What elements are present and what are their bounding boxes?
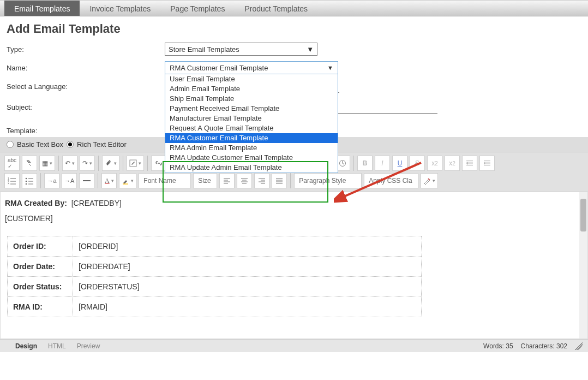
type-select-value: Store Email Templates	[169, 45, 239, 54]
undo-button[interactable]: ↶▾	[62, 156, 77, 171]
clear-format-button[interactable]: ▾	[421, 173, 438, 188]
radio-basic-text[interactable]	[7, 141, 14, 148]
table-row: Order Status:[ORDERSTATUS]	[8, 277, 422, 297]
lowercase-button[interactable]: →a	[44, 173, 59, 188]
ordered-list-button[interactable]: 123	[4, 173, 20, 188]
cell-label: RMA ID:	[8, 297, 73, 317]
name-option-selected[interactable]: RMA Customer Email Template	[165, 133, 338, 143]
align-left-button[interactable]	[219, 173, 235, 188]
type-label: Type:	[7, 45, 165, 54]
indent-button[interactable]	[479, 156, 495, 171]
name-option[interactable]: RMA Update Admin Email Template	[165, 163, 338, 173]
name-option[interactable]: Payment Received Email Template	[165, 104, 338, 114]
order-fields-table: Order ID:[ORDERID] Order Date:[ORDERDATE…	[7, 236, 422, 317]
radio-rich-text[interactable]	[67, 141, 74, 148]
svg-rect-27	[123, 183, 128, 185]
svg-text:3: 3	[8, 182, 9, 185]
svg-point-22	[26, 181, 27, 182]
view-design-tab[interactable]: Design	[15, 342, 37, 350]
align-justify-button[interactable]	[272, 173, 287, 188]
cell-value: [ORDERSTATUS]	[73, 277, 422, 297]
table-row: Order ID:[ORDERID]	[8, 236, 422, 257]
cell-label: Order Date:	[8, 257, 73, 277]
radio-basic-label: Basic Text Box	[17, 140, 63, 149]
font-size-combo[interactable]: Size	[193, 173, 217, 188]
caret-down-icon: ▼	[307, 45, 314, 54]
cell-value: [ORDERDATE]	[73, 257, 422, 277]
align-center-button[interactable]	[237, 173, 252, 188]
words-label: Words:	[483, 342, 504, 350]
align-right-button[interactable]	[254, 173, 269, 188]
top-tab-bar: Email Templates Invoice Templates Page T…	[0, 0, 588, 16]
rma-created-token: [CREATEDBY]	[71, 199, 122, 207]
name-select[interactable]: RMA Customer Email Template ▼ User Email…	[165, 61, 338, 173]
highlight-color-button[interactable]: ▾	[119, 173, 136, 188]
svg-point-21	[26, 178, 27, 180]
spellcheck-button[interactable]: abc✓	[4, 156, 20, 171]
name-label: Name:	[7, 64, 165, 72]
italic-button[interactable]: I	[375, 156, 390, 171]
table-row: RMA ID:[RMAID]	[8, 297, 422, 317]
attachment-button[interactable]: ▾	[102, 156, 119, 171]
tab-product-templates[interactable]: Product Templates	[235, 1, 317, 16]
page-title: Add Email Template	[7, 22, 581, 36]
chars-label: Characters:	[521, 342, 555, 350]
insert-button[interactable]: ▦▾	[39, 156, 55, 171]
tab-page-templates[interactable]: Page Templates	[160, 1, 235, 16]
view-html-tab[interactable]: HTML	[48, 342, 66, 350]
name-option[interactable]: RMA Update Customer Email Template	[165, 153, 338, 163]
type-select[interactable]: Store Email Templates ▼	[165, 43, 317, 56]
edit-button[interactable]: ▾	[127, 156, 144, 171]
resize-grip-icon[interactable]	[575, 342, 583, 350]
font-color-button[interactable]: A▾	[101, 173, 117, 188]
view-preview-tab[interactable]: Preview	[77, 342, 100, 350]
cell-value: [RMAID]	[73, 297, 422, 317]
name-select-list: User Email Template Admin Email Template…	[165, 74, 338, 173]
css-class-combo[interactable]: Apply CSS Cla	[364, 173, 418, 188]
unordered-list-button[interactable]	[22, 173, 37, 188]
find-button[interactable]	[22, 156, 37, 171]
name-option[interactable]: Request A Quote Email Template	[165, 123, 338, 133]
bold-button[interactable]: B	[357, 156, 373, 171]
name-option[interactable]: User Email Template	[165, 74, 338, 84]
customer-token: [CUSTOMER]	[5, 211, 583, 234]
svg-point-23	[26, 183, 27, 185]
subject-label: Subject:	[7, 103, 165, 111]
editor-area[interactable]: RMA Created By: [CREATEDBY] [CUSTOMER] O…	[0, 192, 588, 339]
name-option[interactable]: Admin Email Template	[165, 84, 338, 94]
hr-button[interactable]	[79, 173, 94, 188]
name-option[interactable]: Manufacturer Email Template	[165, 114, 338, 123]
rma-created-label: RMA Created By:	[5, 199, 67, 207]
uppercase-button[interactable]: →A	[62, 173, 77, 188]
chars-count: 302	[556, 342, 567, 350]
caret-down-icon: ▼	[327, 64, 333, 71]
name-option[interactable]: RMA Admin Email Template	[165, 143, 338, 153]
name-option[interactable]: Ship Email Template	[165, 94, 338, 104]
link-button[interactable]	[151, 156, 166, 171]
strikethrough-button[interactable]: S	[410, 156, 425, 171]
underline-button[interactable]: U	[392, 156, 407, 171]
outdent-button[interactable]	[462, 156, 477, 171]
subscript-button[interactable]: x2	[445, 156, 460, 171]
name-select-value: RMA Customer Email Template	[170, 64, 268, 72]
superscript-button[interactable]: x2	[427, 156, 442, 171]
table-row: Order Date:[ORDERDATE]	[8, 257, 422, 277]
tab-email-templates[interactable]: Email Templates	[4, 1, 80, 16]
cell-value: [ORDERID]	[73, 236, 422, 257]
tab-invoice-templates[interactable]: Invoice Templates	[80, 1, 160, 16]
language-label: Select a Language:	[7, 82, 165, 91]
cell-label: Order Status:	[8, 277, 73, 297]
font-name-combo[interactable]: Font Name	[139, 173, 191, 188]
cell-label: Order ID:	[8, 236, 73, 257]
scrollbar-thumb[interactable]	[580, 199, 586, 231]
redo-button[interactable]: ↷▾	[80, 156, 95, 171]
scrollbar[interactable]	[579, 192, 587, 339]
radio-rich-label: Rich Text Editor	[77, 140, 127, 149]
words-count: 35	[506, 342, 513, 350]
editor-status-bar: Design HTML Preview Words: 35 Characters…	[0, 339, 588, 352]
paragraph-style-combo[interactable]: Paragraph Style	[294, 173, 362, 188]
